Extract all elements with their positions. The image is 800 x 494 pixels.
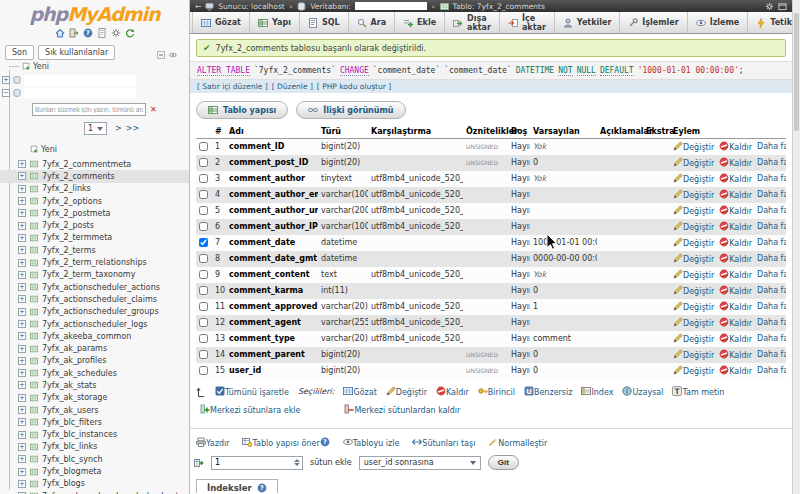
selected-action-primary[interactable]: Birincil [478, 386, 515, 397]
scrollbar-thumb[interactable] [794, 13, 799, 131]
sidebar-table-item[interactable]: 7yfx_blc_synch [0, 453, 189, 465]
more-actions-link[interactable]: Daha fazla [757, 254, 786, 264]
drop-column-link[interactable]: Kaldır [719, 157, 752, 169]
drop-column-link[interactable]: Kaldır [719, 349, 752, 361]
favorite-tables-tab[interactable]: Sık kullanılanlar [38, 45, 115, 60]
tree-page-select[interactable]: 1 [84, 122, 107, 135]
breadcrumb-database[interactable]: Veritabanı: [310, 2, 351, 11]
expand-toggle[interactable] [18, 295, 26, 303]
filter-clear-icon[interactable] [150, 105, 157, 114]
drop-column-link[interactable]: Kaldır [719, 189, 752, 201]
tab-insert[interactable]: Ekle [395, 12, 445, 33]
sidebar-table-item[interactable]: 7yfx_actionscheduler_claims [0, 293, 189, 305]
refresh-icon[interactable] [125, 28, 135, 38]
change-column-link[interactable]: Değiştir [673, 333, 714, 345]
sidebar-table-item[interactable]: 7yfx_2_terms [0, 244, 189, 256]
sidebar-table-item[interactable]: 7yfx_2_comments [0, 170, 189, 182]
expand-toggle[interactable] [18, 332, 26, 340]
tree-page-next[interactable]: > [115, 124, 122, 133]
row-checkbox[interactable] [199, 334, 208, 343]
indexes-legend[interactable]: İndeksler ? [196, 479, 278, 493]
sidebar-table-item[interactable]: 7yfx_2_term_relationships [0, 256, 189, 268]
home-icon[interactable] [55, 28, 65, 38]
sidebar-table-item[interactable]: 7yfx_actionscheduler_logs [0, 318, 189, 330]
sidebar-table-item[interactable]: 7yfx_2_term_taxonomy [0, 269, 189, 281]
expand-toggle[interactable] [18, 271, 26, 279]
drop-column-link[interactable]: Kaldır [719, 253, 752, 265]
selected-action-change[interactable]: Değiştir [386, 386, 427, 397]
more-actions-link[interactable]: Daha fazla [757, 302, 786, 312]
selected-action-unique[interactable]: UBenzersiz [524, 386, 572, 397]
row-checkbox[interactable] [199, 238, 208, 247]
tool-propose-structure[interactable]: Tablo yapısı öner? [242, 437, 329, 448]
vertical-scrollbar[interactable] [792, 0, 800, 494]
column-count-stepper[interactable] [211, 456, 303, 470]
more-actions-link[interactable]: Daha fazla [757, 318, 786, 328]
expand-toggle[interactable] [18, 431, 26, 439]
table-structure-button[interactable]: Tablo yapısı [196, 101, 288, 119]
selected-action-spatial[interactable]: Uzaysal [622, 386, 663, 397]
more-actions-link[interactable]: Daha fazla [757, 190, 786, 200]
row-checkbox[interactable] [199, 158, 208, 167]
sidebar-table-item[interactable]: 7yfx_blogmeta [0, 465, 189, 477]
tab-sql[interactable]: SQL [300, 12, 349, 33]
change-column-link[interactable]: Değiştir [673, 349, 714, 361]
sidebar-table-item[interactable]: 7yfx_ak_params [0, 342, 189, 354]
relation-view-button[interactable]: İlişki görünümü [296, 101, 405, 119]
tree-page-last[interactable]: >> [126, 124, 139, 133]
expand-toggle[interactable] [18, 209, 26, 217]
edit-link[interactable]: [ Düzenle ] [272, 82, 313, 91]
selected-action-fulltext[interactable]: TTam metin [672, 386, 724, 397]
expand-toggle[interactable] [18, 172, 26, 180]
create-php-code-link[interactable]: [ PHP kodu oluştur ] [317, 82, 391, 91]
change-column-link[interactable]: Değiştir [673, 141, 714, 153]
sidebar-table-item[interactable]: 7yfx_blc_instances [0, 429, 189, 441]
more-actions-link[interactable]: Daha fazla [757, 270, 786, 280]
sidebar-table-item[interactable]: 7yfx_ak_schedules [0, 367, 189, 379]
sidebar-table-item[interactable]: 7yfx_blc_links [0, 441, 189, 453]
inline-edit-link[interactable]: [ Satır içi düzenle ] [197, 82, 268, 91]
row-checkbox[interactable] [199, 366, 208, 375]
row-checkbox[interactable] [199, 222, 208, 231]
row-checkbox[interactable] [199, 350, 208, 359]
drop-column-link[interactable]: Kaldır [719, 141, 752, 153]
sidebar-table-item[interactable]: 7yfx_blc_filters [0, 416, 189, 428]
change-column-link[interactable]: Değiştir [673, 253, 714, 265]
new-table-item[interactable]: Yeni [0, 143, 189, 155]
change-column-link[interactable]: Değiştir [673, 285, 714, 297]
tab-operations[interactable]: İşlemler [620, 12, 687, 33]
change-column-link[interactable]: Değiştir [673, 189, 714, 201]
row-checkbox[interactable] [199, 174, 208, 183]
expand-toggle[interactable] [18, 381, 26, 389]
change-column-link[interactable]: Değiştir [673, 237, 714, 249]
sidebar-table-item[interactable]: 7yfx_2_options [0, 195, 189, 207]
help-icon[interactable]: ? [83, 28, 93, 38]
tab-export[interactable]: Dışa aktar [445, 12, 500, 33]
sidebar-table-item[interactable]: 7yfx_ak_profiles [0, 355, 189, 367]
expand-toggle[interactable] [18, 185, 26, 193]
collapse-toggle[interactable] [2, 89, 10, 97]
more-actions-link[interactable]: Daha fazla [757, 350, 786, 360]
drop-column-link[interactable]: Kaldır [719, 317, 752, 329]
new-database-item[interactable]: Yeni [0, 60, 189, 72]
tab-search[interactable]: Ara [349, 12, 396, 33]
expand-toggle[interactable] [18, 468, 26, 476]
sidebar-table-item[interactable]: 7yfx_2_posts [0, 219, 189, 231]
tree-unlink-icon[interactable] [169, 51, 177, 59]
tool-normalize[interactable]: Normalleştir [488, 437, 547, 448]
drop-column-link[interactable]: Kaldır [719, 285, 752, 297]
expand-toggle[interactable] [18, 222, 26, 230]
expand-toggle[interactable] [18, 357, 26, 365]
exit-icon[interactable] [69, 28, 79, 38]
drop-column-link[interactable]: Kaldır [719, 365, 752, 377]
settings-icon[interactable] [111, 28, 121, 38]
tree-filter-input[interactable] [32, 103, 146, 116]
sidebar-table-item[interactable]: 7yfx_actionscheduler_actions [0, 281, 189, 293]
add-to-central-columns-link[interactable]: Merkezi sütunlara ekle [200, 404, 300, 415]
tab-tracking[interactable]: İzleme [688, 12, 749, 33]
more-actions-link[interactable]: Daha fazla [757, 142, 786, 152]
expand-toggle[interactable] [18, 259, 26, 267]
nav-collapse-arrow[interactable]: ← [195, 2, 201, 11]
column-position-select[interactable]: user_id sonrasına [359, 456, 481, 470]
expand-toggle[interactable] [18, 418, 26, 426]
